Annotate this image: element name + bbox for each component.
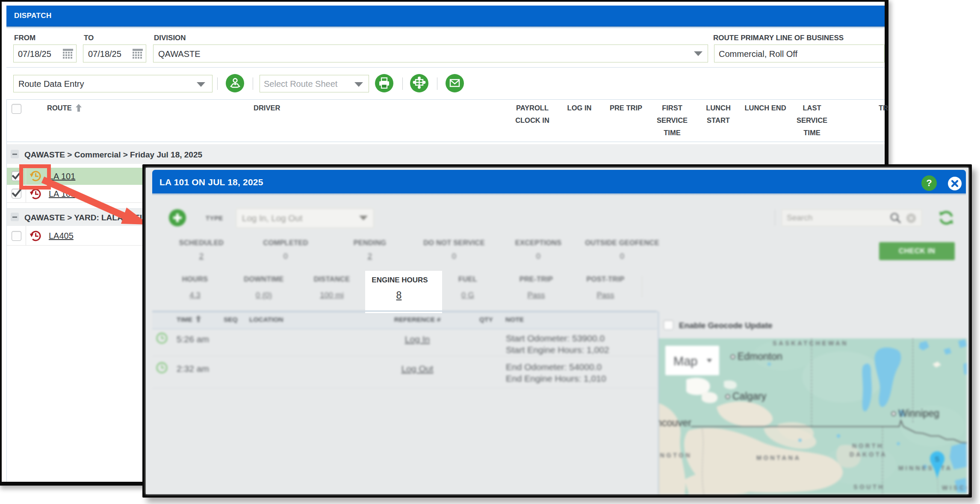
svg-text:WISCO: WISCO: [942, 484, 967, 491]
svg-text:Map: Map: [673, 354, 697, 368]
svg-text:Edmonton: Edmonton: [738, 351, 782, 362]
svg-text:INGTON: INGTON: [659, 452, 692, 459]
svg-text:MONTANA: MONTANA: [756, 454, 801, 461]
svg-text:SASKATCHEWAN: SASKATCHEWAN: [773, 340, 848, 347]
svg-text:Winnipeg: Winnipeg: [898, 408, 939, 419]
svg-text:ncouver: ncouver: [659, 417, 691, 428]
svg-text:NORTH: NORTH: [852, 442, 884, 449]
svg-text:MINNESOTA: MINNESOTA: [898, 465, 952, 471]
svg-text:DAKOTA: DAKOTA: [850, 451, 887, 458]
svg-text:S: S: [935, 455, 939, 463]
svg-text:SOUTH: SOUTH: [853, 483, 885, 490]
svg-text:Calgary: Calgary: [732, 391, 767, 402]
